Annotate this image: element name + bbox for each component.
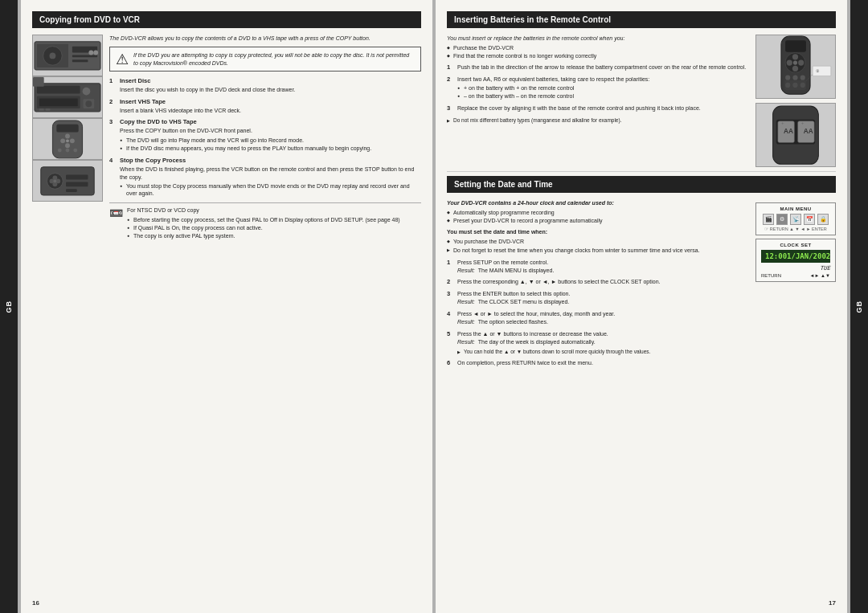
- left-section-title: Copying from DVD to VCR: [39, 15, 140, 24]
- battery-note: Do not mix different battery types (mang…: [447, 117, 749, 124]
- svg-point-25: [66, 139, 69, 142]
- right-tab: GB: [850, 0, 868, 613]
- svg-point-42: [787, 59, 792, 65]
- vcr-image: [32, 76, 103, 118]
- warning-text: If the DVD you are attempting to copy is…: [133, 51, 415, 67]
- datetime-must-bullets: You purchase the DVD-VCR: [447, 238, 749, 245]
- left-page: Copying from DVD to VCR: [21, 0, 432, 613]
- svg-rect-20: [56, 124, 78, 132]
- main-menu-title: MAIN MENU: [760, 206, 831, 211]
- step-2: 2 Insert VHS Tape Insert a blank VHS vid…: [109, 98, 421, 115]
- clock-set-title: CLOCK SET: [761, 243, 830, 247]
- left-main-column: The DVD-VCR allows you to copy the conte…: [109, 35, 421, 241]
- dt-step-3: 3 Press the ENTER button to select this …: [447, 290, 749, 306]
- warning-icon: ⚠: [116, 52, 129, 67]
- main-menu-footer: ☞ RETURN ▲ ▼ ◄ ► ENTER: [760, 227, 831, 231]
- left-steps-list: 1 Insert Disc Insert the disc you wish t…: [109, 77, 421, 198]
- right-section1-header: Inserting Batteries in the Remote Contro…: [447, 11, 836, 28]
- step-4-bullets: You must stop the Copy process manually …: [120, 182, 421, 197]
- batteries-text-col: You must insert or replace the batteries…: [447, 35, 749, 167]
- svg-point-24: [65, 143, 70, 148]
- batteries-steps: 1 Push the tab in the direction of the a…: [447, 63, 749, 112]
- step-3: 3 Copy the DVD to VHS Tape Press the COP…: [109, 118, 421, 153]
- svg-text:+: +: [801, 120, 805, 125]
- datetime-text-col: Your DVD-VCR contains a 24-hour clock an…: [447, 199, 749, 371]
- clock-time: 12:00: [765, 252, 787, 260]
- svg-rect-38: [66, 189, 77, 192]
- remote-image-top: ①: [755, 35, 836, 99]
- right-section1-title: Inserting Batteries in the Remote Contro…: [454, 15, 611, 24]
- svg-point-48: [792, 75, 797, 80]
- clock-date: 1/JAN/2002: [787, 252, 830, 260]
- batteries-condition-bullets: Purchase the DVD-VCR Find that the remot…: [447, 44, 749, 59]
- main-menu-icons: 🎬 ⚙ 📡 📅 🔒: [760, 214, 831, 225]
- right-page: Inserting Batteries in the Remote Contro…: [436, 0, 847, 613]
- dt-step-5: 5 Press the ▲ or ▼ buttons to increase o…: [447, 330, 749, 355]
- svg-point-13: [83, 87, 91, 95]
- note-bullets: Before starting the copy process, set th…: [127, 216, 400, 240]
- svg-point-49: [800, 75, 805, 80]
- bat-step-3: 3 Replace the cover by aligning it with …: [447, 104, 749, 112]
- svg-rect-53: [784, 80, 806, 90]
- svg-point-43: [798, 59, 804, 65]
- menu-icon-5: 🔒: [817, 214, 829, 225]
- svg-rect-37: [66, 182, 88, 186]
- datetime-content-wrapper: Your DVD-VCR contains a 24-hour clock an…: [447, 199, 836, 371]
- polarity-bullets: + on the battery with + on the remote co…: [457, 84, 649, 100]
- controller-image: [32, 160, 103, 202]
- svg-point-21: [60, 138, 65, 143]
- svg-point-8: [93, 50, 98, 55]
- dt-step3-result: Result: The CLOCK SET menu is displayed.: [457, 298, 570, 305]
- svg-rect-18: [46, 108, 51, 111]
- step-3-bullets: The DVD will go into Play mode and the V…: [120, 137, 371, 152]
- left-thumbs-column: [32, 35, 103, 241]
- left-note-box: 📼 For NTSC DVD or VCD copy Before starti…: [109, 202, 421, 241]
- svg-text:AA: AA: [784, 128, 793, 135]
- dt-step-2: 2 Press the corresponding ▲, ▼ or ◄, ► b…: [447, 278, 749, 285]
- svg-point-27: [66, 148, 70, 152]
- svg-point-47: [785, 75, 790, 80]
- svg-point-45: [792, 65, 798, 71]
- step-4: 4 Stop the Copy Process When the DVD is …: [109, 157, 421, 198]
- svg-rect-40: [785, 40, 806, 51]
- right-content-wrapper: You must insert or replace the batteries…: [447, 35, 836, 167]
- main-menu-display: MAIN MENU 🎬 ⚙ 📡 📅 🔒 ☞ RETURN ▲ ▼ ◄ ► ENT…: [755, 202, 836, 235]
- right-page-number: 17: [829, 599, 836, 607]
- menu-icon-1: 🎬: [763, 214, 774, 225]
- svg-point-26: [58, 148, 62, 152]
- svg-point-23: [65, 133, 70, 138]
- datetime-steps: 1 Press SETUP on the remote control. Res…: [447, 259, 749, 367]
- svg-text:+: +: [781, 120, 784, 125]
- remote-images-col: ① AA AA +: [755, 35, 836, 167]
- svg-rect-12: [39, 98, 78, 106]
- step-1: 1 Insert Disc Insert the disc you wish t…: [109, 77, 421, 94]
- svg-point-16: [85, 100, 92, 107]
- svg-point-35: [53, 179, 56, 182]
- remote-images-stack: ① AA AA +: [755, 35, 836, 167]
- svg-point-46: [793, 60, 797, 64]
- dvd-player-image-1: [32, 35, 103, 76]
- clock-set-display: CLOCK SET 12:00 1/JAN/2002 TUE RETURN ◄►…: [755, 239, 836, 282]
- right-section2-title: Setting the Date and Time: [454, 180, 553, 189]
- dt-step4-result: Result: The option selected flashes.: [457, 318, 615, 325]
- datetime-display-col: MAIN MENU 🎬 ⚙ 📡 📅 🔒 ☞ RETURN ▲ ▼ ◄ ► ENT…: [755, 199, 836, 371]
- left-intro-text: The DVD-VCR allows you to copy the conte…: [109, 35, 421, 42]
- dt-step-1: 1 Press SETUP on the remote control. Res…: [447, 259, 749, 275]
- dt-step5-result: Result: The day of the week is displayed…: [457, 338, 650, 345]
- right-section2-header: Setting the Date and Time: [447, 176, 836, 193]
- menu-icon-3: 📡: [790, 214, 801, 225]
- note-cassette-icon: 📼: [109, 206, 123, 219]
- svg-text:AA: AA: [804, 128, 813, 135]
- svg-rect-14: [33, 77, 44, 87]
- svg-point-28: [73, 148, 77, 152]
- warning-box: ⚠ If the DVD you are attempting to copy …: [109, 47, 421, 72]
- left-page-number: 16: [32, 599, 39, 607]
- datetime-you-must-box: You must set the date and time when: You…: [447, 228, 749, 254]
- clock-weekday: TUE: [761, 265, 830, 272]
- clock-set-screen: 12:00 1/JAN/2002: [761, 250, 830, 263]
- svg-rect-6: [72, 59, 88, 62]
- right-tab-label: GB: [855, 300, 863, 313]
- svg-point-22: [70, 138, 75, 143]
- pages-wrapper: Copying from DVD to VCR: [18, 0, 850, 613]
- remote-image-bottom: AA AA + +: [755, 103, 836, 167]
